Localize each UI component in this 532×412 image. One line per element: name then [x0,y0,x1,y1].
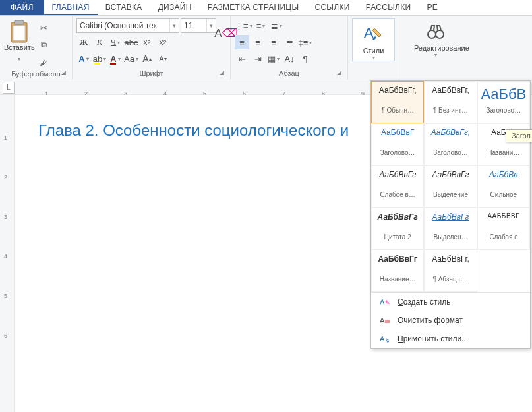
vruler-mark: 2 [4,174,7,181]
styles-menu-clear[interactable]: AОчистить формат [371,311,530,330]
borders-button[interactable]: ▦▾ [266,51,281,66]
style-name-label: Слабое в… [374,191,421,198]
svg-text:A: A [380,298,385,306]
style-cell[interactable]: АаБбВвСильное [477,165,530,208]
menu-label: Создать стиль [398,297,450,307]
style-cell[interactable]: АаБбВвГгНазвание… [371,250,424,292]
vertical-ruler[interactable]: 1 2 3 4 5 6 [0,95,15,412]
bullets-icon: ⋮≡ [235,21,249,31]
bullets-button[interactable]: ⋮≡▾ [235,18,252,33]
pilcrow-icon: ¶ [303,54,308,64]
tab-file[interactable]: ФАЙЛ [0,0,44,15]
multilevel-button[interactable]: ≣▾ [270,18,284,33]
style-name-label: Названи… [481,149,527,156]
style-cell[interactable]: АаБбВЗаголово… [477,81,530,123]
scissors-icon: ✂ [40,23,47,33]
shrink-font-button[interactable]: A▾ [156,51,170,66]
styles-menu-create[interactable]: A✎Создать стиль [371,293,530,311]
tab-design[interactable]: ДИЗАЙН [150,0,200,15]
superscript-button[interactable]: x2 [156,35,170,49]
numbering-button[interactable]: ≡▾ [254,18,268,33]
styles-menu-apply[interactable]: A↯Применить стили... [371,330,530,348]
indent-icon: ⇥ [254,54,262,64]
paste-dropdown-icon: ▾ [18,56,20,62]
svg-text:↯: ↯ [385,338,390,343]
font-name-combo[interactable]: Calibri (Основной тек ▾ [76,18,179,33]
style-cell[interactable]: АаБбВвГгСлабое в… [371,165,424,208]
styles-button[interactable]: A Стили ▾ [352,18,395,61]
menu-label: Применить стили... [398,334,468,343]
tab-layout[interactable]: РАЗМЕТКА СТРАНИЦЫ [200,0,307,15]
underline-button[interactable]: Ч▾ [108,35,123,49]
tab-mailings[interactable]: РАССЫЛКИ [358,0,419,15]
bold-button[interactable]: Ж [76,35,91,49]
style-name-label: Выделение [427,191,473,198]
style-name-label: ¶ Абзац с… [427,276,473,283]
subscript-button[interactable]: x2 [140,35,154,49]
text-effects-button[interactable]: A▾ [76,51,91,66]
create-style-icon: A✎ [379,297,391,307]
style-cell[interactable]: ААББВВГСлабая с [477,208,530,250]
binoculars-icon [427,23,445,40]
highlight-button[interactable]: ab▾ [92,51,107,66]
copy-icon: ⧉ [41,40,47,50]
style-cell[interactable]: АаБбВвГгВыделен… [424,208,477,250]
line-spacing-button[interactable]: ‡≡▾ [298,35,312,49]
change-case-button[interactable]: Aa▾ [124,51,138,66]
cut-button[interactable]: ✂ [37,21,50,34]
increase-indent-button[interactable]: ⇥ [251,51,265,66]
font-size-combo[interactable]: 11 ▾ [181,18,216,33]
paragraph-launcher[interactable]: ◢ [337,69,345,77]
paragraph-group-label: Абзац [235,68,343,80]
styles-icon: A [363,23,385,43]
style-preview: АаБбВвГг [374,212,421,225]
svg-point-5 [436,30,444,38]
multilevel-icon: ≣ [271,21,278,31]
align-center-button[interactable]: ≡ [251,35,265,49]
align-center-icon: ≡ [255,38,260,47]
font-group-label: Шрифт [76,68,226,80]
tab-references[interactable]: ССЫЛКИ [307,0,357,15]
tab-selector[interactable]: L [3,82,15,94]
copy-button[interactable]: ⧉ [37,38,50,51]
align-right-button[interactable]: ≡ [266,35,281,49]
font-launcher[interactable]: ◢ [220,69,227,77]
paste-button[interactable]: Вставить ▾ [4,18,34,63]
clear-style-icon: A [379,315,391,326]
clipboard-launcher[interactable]: ◢ [61,69,69,77]
strikethrough-button[interactable]: abc [124,35,138,49]
menu-label: Очистить формат [398,316,463,325]
tab-home[interactable]: ГЛАВНАЯ [44,0,98,15]
style-cell[interactable]: АаБбВвГг,Заголово… [424,123,477,165]
style-preview: АаБбВвГг, [427,254,473,268]
style-preview: АаБбВвГг, [427,86,473,99]
font-color-button[interactable]: A▾ [108,51,123,66]
grow-font-button[interactable]: A▴ [140,51,154,66]
tab-review-partial[interactable]: РЕ [419,0,446,15]
style-cell[interactable]: АаБбВвГг,¶ Абзац с… [424,250,477,292]
svg-rect-2 [13,26,25,40]
align-left-button[interactable]: ≡ [235,35,249,49]
sort-button[interactable]: A↓ [282,51,297,66]
editing-group: Редактирование ▾ [399,16,472,80]
align-right-icon: ≡ [271,38,276,47]
style-cell[interactable]: АаБбВвГЗаголово… [371,123,424,165]
styles-label: Стили [353,47,394,55]
style-cell[interactable]: АаБбВвГгЦитата 2 [371,208,424,250]
sort-icon: A↓ [284,54,294,64]
editing-label: Редактирование [414,44,458,52]
style-preview: АаБбВвГг [427,212,473,225]
format-painter-button[interactable]: 🖌 [37,55,50,69]
editing-button[interactable]: Редактирование ▾ [413,18,458,59]
decrease-indent-button[interactable]: ⇤ [235,51,249,66]
style-name-label: Заголово… [427,149,473,156]
style-cell[interactable]: АаБбВвГг,¶ Без инт… [424,81,477,123]
style-cell[interactable]: АаБбВвГгВыделение [424,165,477,208]
italic-button[interactable]: К [92,35,107,49]
font-name-value: Calibri (Основной тек [77,21,169,30]
justify-button[interactable]: ≣ [282,35,297,49]
style-cell[interactable]: АаБбВвГг,¶ Обычн… [371,81,424,123]
tab-insert[interactable]: ВСТАВКА [98,0,150,15]
paste-icon [9,20,29,44]
show-marks-button[interactable]: ¶ [298,51,312,66]
